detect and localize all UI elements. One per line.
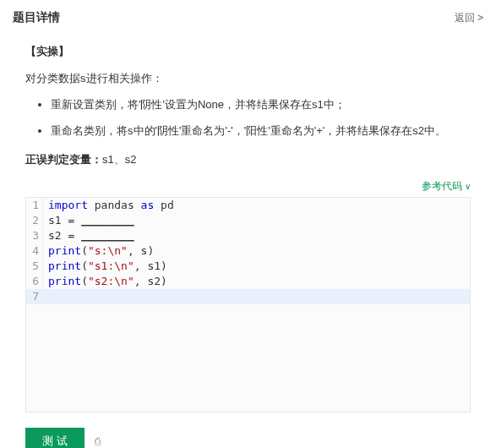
line-number: 5 <box>26 259 43 274</box>
line-number: 2 <box>26 213 43 228</box>
content: 【实操】 对分类数据s进行相关操作： 重新设置类别，将'阴性'设置为None，并… <box>0 36 496 421</box>
list-item: 重命名类别，将s中的'阴性'重命名为'-'，'阳性'重命名为'+'，并将结果保存… <box>51 123 471 140</box>
code-line[interactable]: 7 <box>26 289 470 304</box>
code-line[interactable]: 1import pandas as pd <box>26 198 470 213</box>
line-content <box>43 289 48 304</box>
verdict-value: s1、s2 <box>102 153 136 166</box>
code-editor[interactable]: 1import pandas as pd2s1 = ________3s2 = … <box>25 197 471 412</box>
code-line[interactable]: 6print("s2:\n", s2) <box>26 274 470 289</box>
footer: 测 试 ⎙ <box>0 421 496 448</box>
line-number: 6 <box>26 274 43 289</box>
line-content: print("s2:\n", s2) <box>43 274 167 289</box>
line-content: print("s:\n", s) <box>43 243 154 259</box>
test-button[interactable]: 测 试 <box>25 428 84 448</box>
header: 题目详情 返回 > <box>0 0 496 36</box>
verdict-label: 正误判定变量： <box>25 153 102 166</box>
reference-code-label: 参考代码 <box>422 180 462 192</box>
page-title: 题目详情 <box>13 10 60 25</box>
export-icon[interactable]: ⎙ <box>95 435 101 447</box>
code-line[interactable]: 3s2 = ________ <box>26 228 470 243</box>
line-content: s2 = ________ <box>43 228 134 243</box>
reference-code-toggle[interactable]: 参考代码∨ <box>25 179 471 194</box>
line-content: s1 = ________ <box>43 213 134 228</box>
line-number: 1 <box>26 198 43 213</box>
list-item: 重新设置类别，将'阴性'设置为None，并将结果保存在s1中； <box>51 96 471 114</box>
code-line[interactable]: 2s1 = ________ <box>26 213 470 228</box>
line-number: 3 <box>26 228 43 243</box>
back-link[interactable]: 返回 > <box>455 11 483 25</box>
chevron-down-icon: ∨ <box>465 182 471 191</box>
line-number: 4 <box>26 243 43 259</box>
line-content: print("s1:\n", s1) <box>43 259 167 274</box>
verdict-line: 正误判定变量：s1、s2 <box>25 152 471 167</box>
line-number: 7 <box>26 289 43 304</box>
code-line[interactable]: 5print("s1:\n", s1) <box>26 259 470 274</box>
code-line[interactable]: 4print("s:\n", s) <box>26 243 470 259</box>
line-content: import pandas as pd <box>43 198 174 213</box>
section-label: 【实操】 <box>25 44 471 59</box>
bullet-list: 重新设置类别，将'阴性'设置为None，并将结果保存在s1中； 重命名类别，将s… <box>25 96 471 140</box>
section-description: 对分类数据s进行相关操作： <box>25 71 471 86</box>
